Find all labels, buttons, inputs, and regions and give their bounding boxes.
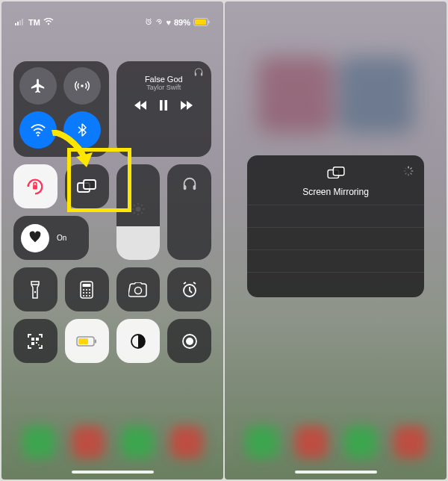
home-indicator[interactable] (295, 471, 377, 474)
control-center-screen: TM ♥ 89% (1, 1, 223, 480)
audio-output-icon[interactable] (193, 67, 204, 81)
wifi-button[interactable] (19, 111, 57, 149)
svg-rect-9 (208, 20, 209, 23)
low-power-mode-button[interactable] (65, 319, 109, 363)
dark-mode-button[interactable] (116, 319, 161, 363)
svg-rect-28 (183, 185, 186, 190)
flashlight-button[interactable] (13, 267, 57, 311)
orientation-lock-button[interactable] (13, 164, 57, 208)
mirror-device-row[interactable] (247, 249, 424, 272)
svg-rect-51 (78, 338, 88, 344)
pause-button[interactable] (159, 100, 168, 114)
svg-point-41 (86, 294, 87, 296)
mirror-device-list (247, 205, 424, 294)
prev-track-button[interactable] (134, 100, 147, 114)
svg-rect-65 (333, 167, 344, 176)
screen-mirroring-button[interactable] (65, 164, 109, 208)
battery-percent-label: 89% (174, 18, 190, 27)
svg-rect-62 (404, 170, 406, 171)
svg-point-36 (89, 288, 90, 290)
svg-rect-12 (195, 73, 196, 76)
svg-rect-14 (160, 100, 163, 111)
svg-rect-59 (410, 173, 412, 175)
focus-tile[interactable]: On (13, 216, 89, 260)
svg-point-19 (136, 207, 141, 212)
svg-line-24 (134, 205, 135, 206)
cellular-data-button[interactable] (63, 67, 101, 105)
svg-point-37 (83, 291, 84, 293)
svg-rect-46 (36, 338, 39, 341)
svg-rect-52 (95, 339, 96, 343)
svg-point-10 (81, 84, 84, 87)
mirror-title: Screen Mirroring (302, 187, 369, 197)
bluetooth-button[interactable] (63, 111, 101, 149)
svg-rect-16 (33, 184, 37, 189)
qr-scan-button[interactable] (13, 319, 57, 363)
svg-rect-1 (17, 22, 19, 25)
svg-point-43 (134, 287, 141, 294)
svg-point-31 (34, 291, 36, 292)
svg-rect-18 (84, 180, 96, 189)
mirror-header: Screen Mirroring (247, 155, 424, 205)
connectivity-module[interactable] (13, 61, 109, 157)
svg-rect-60 (408, 174, 408, 176)
svg-rect-63 (405, 167, 407, 170)
svg-rect-45 (31, 338, 34, 341)
wifi-status-icon (43, 18, 54, 27)
blurred-widgets (255, 54, 417, 136)
timer-button[interactable] (167, 267, 211, 311)
svg-rect-3 (22, 19, 23, 25)
svg-point-55 (186, 338, 193, 345)
svg-rect-8 (195, 19, 206, 25)
svg-rect-33 (83, 284, 91, 287)
svg-rect-48 (36, 342, 37, 344)
mirror-device-row[interactable] (247, 205, 424, 227)
airplane-mode-button[interactable] (19, 67, 57, 105)
mirror-device-row[interactable] (247, 272, 424, 294)
svg-line-25 (141, 212, 143, 214)
mirror-device-row[interactable] (247, 227, 424, 249)
dock-blur (1, 426, 223, 459)
screen-mirroring-panel[interactable]: Screen Mirroring (247, 155, 424, 297)
brightness-icon (116, 202, 161, 217)
camera-button[interactable] (116, 267, 161, 311)
svg-rect-57 (410, 167, 412, 170)
svg-rect-13 (201, 73, 202, 76)
loading-spinner-icon (403, 166, 414, 176)
svg-rect-58 (411, 170, 414, 171)
svg-rect-15 (165, 100, 168, 111)
volume-slider[interactable] (167, 164, 211, 260)
signal-bars-icon (15, 18, 25, 27)
status-bar: TM ♥ 89% (1, 1, 223, 34)
svg-point-42 (89, 294, 90, 296)
focus-label: On (57, 234, 66, 242)
screen-mirroring-screen: Screen Mirroring (225, 1, 447, 480)
music-module[interactable]: False God Taylor Swift (116, 61, 211, 157)
svg-point-34 (83, 288, 84, 290)
screen-record-button[interactable] (167, 319, 211, 363)
svg-rect-47 (31, 342, 34, 345)
svg-rect-29 (193, 185, 196, 190)
svg-point-38 (86, 291, 87, 293)
alarm-status-icon (145, 18, 152, 27)
dock-blur (225, 426, 447, 459)
next-track-button[interactable] (180, 100, 193, 114)
focus-icon-circle (21, 224, 49, 252)
svg-point-11 (37, 134, 40, 137)
svg-point-4 (48, 23, 49, 25)
home-indicator[interactable] (72, 471, 154, 474)
calculator-button[interactable] (65, 267, 109, 311)
brightness-slider[interactable] (116, 164, 161, 260)
control-center-content: False God Taylor Swift (13, 61, 211, 370)
svg-point-39 (89, 291, 90, 293)
carrier-label: TM (28, 18, 40, 27)
svg-rect-61 (405, 173, 407, 175)
svg-rect-49 (38, 344, 40, 346)
heart-status-icon: ♥ (166, 18, 171, 27)
svg-line-26 (134, 212, 135, 214)
battery-icon (193, 18, 210, 28)
svg-rect-0 (15, 23, 16, 25)
svg-point-40 (83, 294, 84, 296)
svg-point-35 (86, 288, 87, 290)
svg-rect-2 (19, 20, 21, 25)
